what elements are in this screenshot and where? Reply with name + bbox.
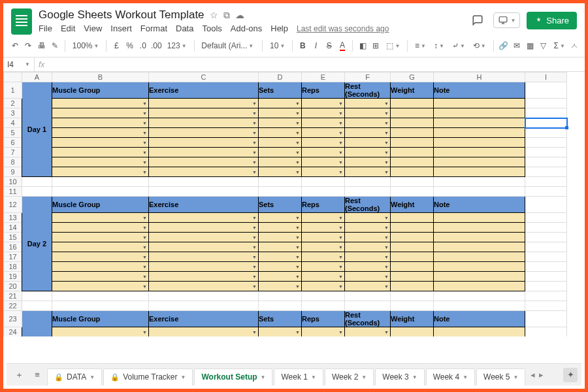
cell-B10[interactable] — [52, 177, 149, 187]
cell-F5[interactable]: ▼ — [345, 128, 391, 138]
cell-G9[interactable] — [391, 167, 434, 177]
cell-H17[interactable] — [434, 252, 525, 262]
tab-nav-prev[interactable]: ◂ — [531, 370, 535, 380]
cell-E10[interactable] — [302, 177, 345, 187]
print-button[interactable]: 🖶 — [37, 39, 47, 53]
cell-F24[interactable]: ▼ — [345, 327, 391, 337]
cell-H23[interactable]: Note — [434, 311, 525, 327]
all-sheets-button[interactable]: ≡ — [29, 367, 46, 383]
dropdown-caret-icon[interactable]: ▼ — [142, 330, 147, 335]
cloud-icon[interactable]: ☁ — [235, 10, 244, 20]
cell-B6[interactable]: ▼ — [52, 138, 149, 148]
row-header-24[interactable]: 24 — [4, 327, 22, 337]
borders-button[interactable]: ⊞ — [370, 39, 381, 53]
cell-E21[interactable] — [302, 291, 345, 301]
cell-D12[interactable]: Sets — [259, 197, 302, 213]
col-header-E[interactable]: E — [302, 73, 345, 82]
col-header-I[interactable]: I — [525, 73, 567, 82]
dropdown-caret-icon[interactable]: ▼ — [338, 274, 343, 279]
tab-nav-next[interactable]: ▸ — [539, 370, 544, 380]
name-box[interactable]: I4 ▼ — [3, 57, 35, 71]
cell-G12[interactable]: Weight — [391, 197, 434, 213]
dropdown-caret-icon[interactable]: ▼ — [338, 330, 343, 335]
cell-I7[interactable] — [525, 148, 567, 157]
cell-I15[interactable] — [525, 233, 567, 242]
cell-C2[interactable]: ▼ — [149, 99, 259, 108]
cell-F7[interactable]: ▼ — [345, 148, 391, 157]
cell-E15[interactable]: ▼ — [302, 233, 345, 242]
cell-G6[interactable] — [391, 138, 434, 148]
cell-D14[interactable]: ▼ — [259, 223, 302, 233]
menu-data[interactable]: Data — [176, 24, 193, 33]
cell-D4[interactable]: ▼ — [259, 118, 302, 128]
cell[interactable] — [22, 291, 52, 301]
cell-G2[interactable] — [391, 99, 434, 108]
dropdown-caret-icon[interactable]: ▼ — [338, 235, 343, 240]
cell-E8[interactable]: ▼ — [302, 157, 345, 167]
currency-button[interactable]: £ — [111, 39, 122, 53]
col-header-A[interactable]: A — [22, 73, 52, 82]
dropdown-caret-icon[interactable]: ▼ — [142, 111, 147, 116]
cell-I17[interactable] — [525, 252, 567, 262]
cell-E4[interactable]: ▼ — [302, 118, 345, 128]
cell-B4[interactable]: ▼ — [52, 118, 149, 128]
dropdown-caret-icon[interactable]: ▼ — [252, 121, 257, 125]
dropdown-caret-icon[interactable]: ▼ — [295, 274, 300, 279]
cell-H7[interactable] — [434, 148, 525, 157]
cell-C7[interactable]: ▼ — [149, 148, 259, 157]
tab-caret-icon[interactable]: ▼ — [181, 374, 186, 380]
cell-E1[interactable]: Reps — [302, 82, 345, 99]
redo-button[interactable]: ↷ — [23, 39, 33, 53]
cell[interactable] — [22, 187, 52, 197]
cell-I6[interactable] — [525, 138, 567, 148]
cell-F21[interactable] — [345, 291, 391, 301]
cell-C6[interactable]: ▼ — [149, 138, 259, 148]
cell-E22[interactable] — [302, 301, 345, 311]
cell-H8[interactable] — [434, 157, 525, 167]
cell-I19[interactable] — [525, 272, 567, 282]
dropdown-caret-icon[interactable]: ▼ — [142, 121, 147, 125]
cell-B22[interactable] — [52, 301, 149, 311]
cell-G16[interactable] — [391, 242, 434, 252]
dropdown-caret-icon[interactable]: ▼ — [295, 121, 300, 125]
cell-G23[interactable]: Weight — [391, 311, 434, 327]
cell-B8[interactable]: ▼ — [52, 157, 149, 167]
cell-B1[interactable]: Muscle Group — [52, 82, 149, 99]
cell-C9[interactable]: ▼ — [149, 167, 259, 177]
row-header-10[interactable]: 10 — [4, 177, 22, 187]
star-icon[interactable]: ☆ — [210, 10, 218, 20]
wrap-button[interactable]: ⤶▼ — [449, 41, 468, 50]
dropdown-caret-icon[interactable]: ▼ — [384, 131, 389, 135]
cell-H21[interactable] — [434, 291, 525, 301]
dropdown-caret-icon[interactable]: ▼ — [252, 216, 257, 220]
cell-F1[interactable]: Rest (Seconds) — [345, 82, 391, 99]
cell-F18[interactable]: ▼ — [345, 262, 391, 272]
cell-F2[interactable]: ▼ — [345, 99, 391, 108]
cell-G13[interactable] — [391, 213, 434, 223]
dropdown-caret-icon[interactable]: ▼ — [142, 235, 147, 240]
cell-I9[interactable] — [525, 167, 567, 177]
cell-C1[interactable]: Exercise — [149, 82, 259, 99]
dropdown-caret-icon[interactable]: ▼ — [384, 265, 389, 269]
row-header-5[interactable]: 5 — [4, 128, 22, 138]
cell-H22[interactable] — [434, 301, 525, 311]
cell-I8[interactable] — [525, 157, 567, 167]
dropdown-caret-icon[interactable]: ▼ — [295, 330, 300, 335]
dropdown-caret-icon[interactable]: ▼ — [142, 101, 147, 106]
cell-H10[interactable] — [434, 177, 525, 187]
row-header-20[interactable]: 20 — [4, 282, 22, 291]
dropdown-caret-icon[interactable]: ▼ — [295, 170, 300, 174]
cell-G14[interactable] — [391, 223, 434, 233]
dropdown-caret-icon[interactable]: ▼ — [295, 101, 300, 106]
cell-B17[interactable]: ▼ — [52, 252, 149, 262]
dropdown-caret-icon[interactable]: ▼ — [142, 140, 147, 145]
dropdown-caret-icon[interactable]: ▼ — [384, 140, 389, 145]
cell-C8[interactable]: ▼ — [149, 157, 259, 167]
cell-F4[interactable]: ▼ — [345, 118, 391, 128]
col-header-D[interactable]: D — [259, 73, 302, 82]
row-header-1[interactable]: 1 — [4, 82, 22, 99]
chart-button[interactable]: ▦ — [525, 39, 535, 53]
cell-C11[interactable] — [149, 187, 259, 197]
cell-H24[interactable] — [434, 327, 525, 337]
cell-C17[interactable]: ▼ — [149, 252, 259, 262]
